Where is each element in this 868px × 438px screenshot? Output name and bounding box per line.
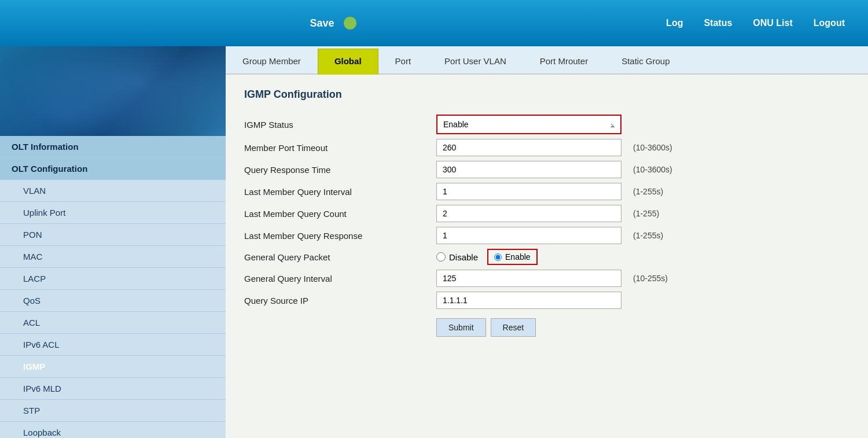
- page-content: IGMP Configuration IGMP Status Enable Di…: [226, 75, 868, 438]
- radio-disable-label[interactable]: Disable: [436, 252, 478, 262]
- label-igmp-status: IGMP Status: [244, 120, 429, 130]
- status-indicator: [344, 17, 356, 30]
- sidebar-nav: OLT Information OLT Configuration VLAN U…: [0, 136, 226, 438]
- field-query-source-ip: Query Source IP: [244, 292, 849, 309]
- last-member-query-count-input[interactable]: [436, 205, 621, 222]
- tab-group-member[interactable]: Group Member: [226, 49, 318, 73]
- logout-link[interactable]: Logout: [814, 18, 845, 28]
- label-last-member-query-interval: Last Member Query Interval: [244, 187, 429, 197]
- last-member-query-interval-input[interactable]: [436, 183, 621, 200]
- label-query-response-time: Query Response Time: [244, 165, 429, 175]
- top-bar-right: Log Status ONU List Logout: [666, 18, 845, 28]
- sidebar-item-stp[interactable]: STP: [0, 400, 226, 422]
- hint-last-member-query-interval: (1-255s): [633, 187, 663, 196]
- query-response-time-input[interactable]: [436, 161, 621, 178]
- hint-query-response-time: (10-3600s): [633, 165, 672, 174]
- field-igmp-status: IGMP Status Enable Disable ⦥: [244, 115, 849, 134]
- tab-global[interactable]: Global: [318, 49, 378, 75]
- field-member-port-timeout: Member Port Timeout (10-3600s): [244, 139, 849, 156]
- radio-enable[interactable]: [494, 253, 502, 261]
- sidebar-item-loopback[interactable]: Loopback: [0, 422, 226, 438]
- sidebar-item-igmp[interactable]: IGMP: [0, 356, 226, 378]
- igmp-status-select[interactable]: Enable Disable: [437, 116, 620, 133]
- field-last-member-query-count: Last Member Query Count (1-255): [244, 205, 849, 222]
- sidebar: OLT Information OLT Configuration VLAN U…: [0, 46, 226, 438]
- radio-enable-text: Enable: [505, 252, 531, 262]
- reset-button[interactable]: Reset: [491, 318, 536, 337]
- tabs-bar: Group Member Global Port Port User VLAN …: [226, 46, 868, 75]
- main-layout: OLT Information OLT Configuration VLAN U…: [0, 46, 868, 438]
- sidebar-item-pon[interactable]: PON: [0, 224, 226, 246]
- field-last-member-query-interval: Last Member Query Interval (1-255s): [244, 183, 849, 200]
- sidebar-item-vlan[interactable]: VLAN: [0, 180, 226, 202]
- radio-enable-wrapper: Enable: [487, 249, 538, 265]
- radio-disable-text: Disable: [449, 252, 478, 262]
- sidebar-item-ipv6-acl[interactable]: IPv6 ACL: [0, 334, 226, 356]
- label-general-query-packet: General Query Packet: [244, 252, 429, 262]
- label-last-member-query-response: Last Member Query Response: [244, 231, 429, 241]
- sidebar-item-qos[interactable]: QoS: [0, 290, 226, 312]
- sidebar-item-uplink-port[interactable]: Uplink Port: [0, 202, 226, 224]
- last-member-query-response-input[interactable]: [436, 227, 621, 244]
- sidebar-background: [0, 46, 226, 139]
- sidebar-item-olt-configuration[interactable]: OLT Configuration: [0, 158, 226, 180]
- button-row: Submit Reset: [436, 318, 849, 337]
- page-title: IGMP Configuration: [244, 89, 849, 101]
- submit-button[interactable]: Submit: [436, 318, 486, 337]
- label-query-source-ip: Query Source IP: [244, 296, 429, 306]
- general-query-interval-input[interactable]: [436, 270, 621, 287]
- hint-member-port-timeout: (10-3600s): [633, 143, 672, 152]
- sidebar-item-acl[interactable]: ACL: [0, 312, 226, 334]
- label-last-member-query-count: Last Member Query Count: [244, 209, 429, 219]
- label-general-query-interval: General Query Interval: [244, 274, 429, 284]
- field-last-member-query-response: Last Member Query Response (1-255s): [244, 227, 849, 244]
- log-link[interactable]: Log: [666, 18, 683, 28]
- content-area: Group Member Global Port Port User VLAN …: [226, 46, 868, 438]
- sidebar-item-ipv6-mld[interactable]: IPv6 MLD: [0, 378, 226, 400]
- tab-port[interactable]: Port: [378, 49, 428, 73]
- top-bar: Save Log Status ONU List Logout: [0, 0, 868, 46]
- top-bar-left: Save: [23, 17, 643, 30]
- sidebar-item-olt-information[interactable]: OLT Information: [0, 136, 226, 158]
- tab-port-user-vlan[interactable]: Port User VLAN: [428, 49, 523, 73]
- tab-port-mrouter[interactable]: Port Mrouter: [523, 49, 605, 73]
- hint-general-query-interval: (10-255s): [633, 274, 668, 283]
- label-member-port-timeout: Member Port Timeout: [244, 143, 429, 153]
- member-port-timeout-input[interactable]: [436, 139, 621, 156]
- igmp-status-select-wrapper: Enable Disable ⦥: [436, 115, 621, 134]
- onu-list-link[interactable]: ONU List: [753, 18, 792, 28]
- field-query-response-time: Query Response Time (10-3600s): [244, 161, 849, 178]
- save-button[interactable]: Save: [310, 17, 334, 30]
- hint-last-member-query-response: (1-255s): [633, 231, 663, 240]
- sidebar-item-mac[interactable]: MAC: [0, 246, 226, 268]
- field-general-query-packet: General Query Packet Disable Enable: [244, 249, 849, 265]
- field-general-query-interval: General Query Interval (10-255s): [244, 270, 849, 287]
- radio-disable[interactable]: [436, 252, 446, 262]
- status-link[interactable]: Status: [704, 18, 732, 28]
- sidebar-item-lacp[interactable]: LACP: [0, 268, 226, 290]
- hint-last-member-query-count: (1-255): [633, 209, 659, 218]
- tab-static-group[interactable]: Static Group: [605, 49, 686, 73]
- query-source-ip-input[interactable]: [436, 292, 621, 309]
- general-query-packet-radio-group: Disable Enable: [436, 249, 538, 265]
